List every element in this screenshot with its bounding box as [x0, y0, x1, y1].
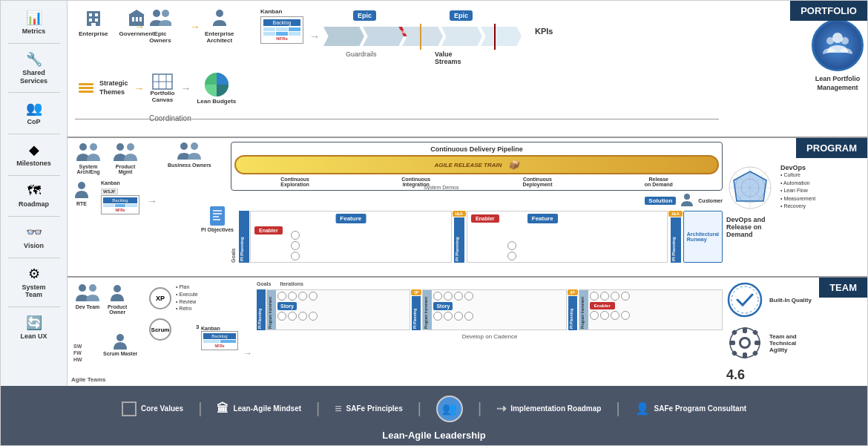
devops-measurement: • Measurement: [780, 195, 815, 203]
program-kanban-label: Kanban: [101, 180, 139, 186]
bottom-item-core-values[interactable]: Core Values: [122, 401, 183, 416]
devops-culture: • Culture: [780, 171, 815, 180]
prog-cell: [115, 204, 126, 207]
devops-spider-icon: [726, 164, 775, 212]
portfolio-section: Enterprise Government →: [68, 1, 867, 138]
pi-objectives-container: PI Objectives: [201, 205, 234, 232]
iter-c: [288, 312, 297, 321]
epic-owners-group: EpicOwners: [149, 8, 171, 44]
vs-arrow-4: [441, 27, 482, 46]
team-people: Dev Team ProductOwner: [73, 283, 127, 315]
vision-label: Vision: [24, 242, 44, 250]
program-section-header: PROGRAM: [796, 138, 867, 158]
gold-vline-1: [420, 24, 421, 50]
enabler-prog-1: Enabler: [254, 225, 283, 234]
product-mgmt-group: ProductMgmt: [111, 142, 140, 174]
team-agility-container: Team andTechnicalAgility: [726, 324, 864, 361]
team-pi-planning-2: PI Planning: [412, 296, 421, 330]
sidebar-item-system-team[interactable]: ⚙ SystemTeam: [2, 263, 65, 303]
art-container: AGILE RELEASE TRAIN 📦: [234, 155, 719, 174]
sidebar-item-milestones[interactable]: ◆ Milestones: [2, 139, 65, 171]
bottom-item-safe-principles[interactable]: ≡ SAFe Principles: [335, 402, 402, 416]
dev-team-icon: [73, 283, 102, 303]
program-increment-1: Feature Enabler: [250, 211, 452, 263]
devops-items: • Culture • Automation • Lean Flow • Mea…: [780, 171, 815, 211]
kanban-board: Backlog NFRs: [260, 16, 303, 44]
kanban-row-1: [263, 27, 300, 31]
bottom-item-lean-agile-mindset[interactable]: 🏛 Lean-Agile Mindset: [217, 402, 301, 416]
kanban-label: Kanban: [260, 8, 303, 15]
guardrails-label: Guardrails: [346, 50, 377, 58]
team-ia-pi-3: I|P PI Planning: [568, 289, 578, 330]
sidebar-item-cop[interactable]: 👥 CoP: [2, 97, 65, 129]
svg-rect-5: [91, 23, 96, 26]
roadmap-icon: 🗺: [27, 183, 41, 199]
system-arch-group: SystemArch/Eng: [73, 142, 103, 174]
theme-line-1: [79, 83, 93, 85]
prog-kanban-row: [103, 204, 137, 207]
team-goals-label: Goals: [257, 281, 271, 286]
team-increment-2: Program Increment Story: [422, 289, 566, 330]
sidebar-item-lean-ux[interactable]: 🔄 Lean UX: [2, 312, 65, 344]
built-quality-icon: [726, 281, 763, 318]
ti3-top: [590, 292, 630, 301]
sidebar-item-vision[interactable]: 👓 Vision: [2, 221, 65, 253]
svg-point-45: [114, 285, 121, 292]
enabler-prog-2: Enabler: [471, 213, 499, 222]
team-kanban-row: [203, 340, 236, 343]
safe-principles-label: SAFe Principles: [346, 404, 403, 413]
solution-badge: Solution: [645, 197, 676, 205]
iter-c: [444, 312, 453, 321]
svg-rect-53: [743, 352, 747, 358]
program-left-people: SystemArch/Eng ProductMgmt: [73, 142, 157, 214]
prog-increment-1: Program Increment: [267, 290, 276, 329]
svg-marker-7: [128, 10, 145, 15]
dev-team-label: Dev Team: [76, 304, 100, 309]
impl-roadmap-icon: ⇢: [496, 401, 506, 416]
story-badge-1: Story: [277, 302, 297, 310]
core-values-icon: [122, 401, 137, 416]
iter-c: [600, 292, 609, 301]
sidebar-divider-5: [8, 216, 60, 217]
lean-agile-mindset-icon: 🏛: [217, 402, 228, 416]
svg-point-44: [89, 284, 96, 292]
cdp-box: Continuous Delivery Pipeline AGILE RELEA…: [231, 142, 723, 191]
sw-fw-hw-label: SWFWHW: [73, 343, 82, 363]
sidebar-divider-1: [8, 43, 60, 44]
product-mgmt-label: ProductMgmt: [116, 164, 135, 174]
svg-point-12: [162, 10, 169, 17]
metrics-label: Metrics: [22, 27, 46, 36]
team-agility-icon: [726, 324, 763, 361]
arch-runway-label: ArchitecturalRunway: [683, 211, 723, 263]
bottom-item-implementation-roadmap[interactable]: ⇢ Implementation Roadmap: [496, 401, 601, 416]
team-increment-1: Program Increment Story: [266, 289, 410, 330]
milestones-icon: ◆: [29, 142, 39, 158]
iter-c: [309, 312, 318, 321]
team-right: Built-In Quality Te: [726, 281, 864, 393]
value-streams-row: [323, 27, 520, 46]
arrow-to-value-streams: →: [309, 30, 320, 42]
bottom-item-lean-agile-leadership[interactable]: 👥: [436, 396, 463, 422]
program-nfrs-label: NFRs: [103, 208, 137, 212]
enterprise-building-icon: [84, 8, 103, 29]
sidebar-item-shared-services[interactable]: 🔧 SharedServices: [2, 48, 65, 88]
leadership-icon: 👥: [442, 401, 457, 416]
bottom-item-safe-program-consultant[interactable]: 👤 SAFe Program Consultant: [635, 401, 746, 416]
sidebar-item-metrics[interactable]: 📊 Metrics: [2, 7, 65, 39]
rte-icon: [73, 180, 90, 200]
kanban-cell: [263, 27, 275, 31]
separator-4: |: [478, 400, 481, 417]
execute-item: • Execute: [176, 291, 198, 298]
xp-circle: XP: [149, 287, 171, 309]
safe-consultant-label: SAFe Program Consultant: [654, 404, 746, 413]
team-kanban-container: Kanban Backlog NFRs: [201, 326, 238, 350]
svg-point-47: [729, 283, 761, 316]
system-team-label: SystemTeam: [22, 283, 45, 300]
team-kanban-label: Kanban: [201, 326, 238, 331]
ti2-top: [433, 292, 473, 301]
iter-circle: [291, 252, 300, 260]
customer-label: Customer: [698, 198, 723, 203]
review-item: • Review: [176, 298, 198, 306]
team-ia-pi-2: I|P PI Planning: [411, 289, 421, 330]
sidebar-item-roadmap[interactable]: 🗺 Roadmap: [2, 180, 65, 211]
